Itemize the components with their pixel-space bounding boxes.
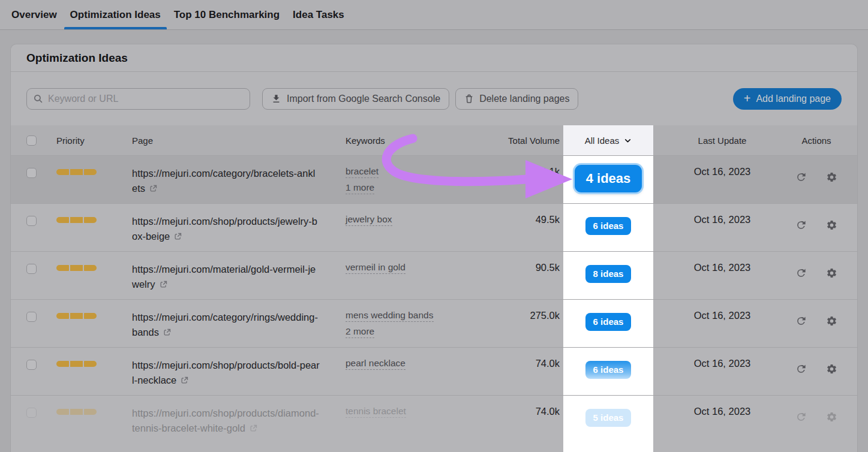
- table-body: https://mejuri.com/category/bracelets-an…: [11, 155, 857, 452]
- row-checkbox-cell: [11, 299, 40, 347]
- ideas-count-button[interactable]: 6 ideas: [585, 313, 632, 331]
- row-ideas-cell: 6 ideas: [563, 347, 653, 395]
- refresh-icon[interactable]: [795, 363, 807, 375]
- tab-optimization-ideas[interactable]: Optimization Ideas: [64, 0, 167, 29]
- table-row: https://mejuri.com/category/rings/weddin…: [11, 299, 857, 347]
- import-gsc-label: Import from Google Search Console: [287, 94, 440, 104]
- keyword-link[interactable]: vermeil in gold: [346, 262, 406, 274]
- table-row: https://mejuri.com/material/gold-vermeil…: [11, 251, 857, 299]
- refresh-icon[interactable]: [795, 267, 807, 279]
- chevron-down-icon: [624, 137, 632, 144]
- row-checkbox[interactable]: [26, 216, 37, 226]
- row-keywords-cell: vermeil in gold: [331, 251, 440, 299]
- row-checkbox[interactable]: [26, 408, 37, 418]
- header-keywords: Keywords: [331, 125, 440, 155]
- more-keywords-link[interactable]: 1 more: [346, 182, 374, 194]
- row-keywords-cell: jewelry box: [331, 203, 440, 251]
- row-ideas-cell: 5 ideas: [563, 395, 653, 452]
- keyword-link[interactable]: bracelet: [346, 166, 379, 178]
- header-page: Page: [118, 125, 331, 155]
- settings-gear-icon[interactable]: [826, 267, 837, 279]
- refresh-icon[interactable]: [795, 171, 807, 183]
- priority-indicator: [56, 217, 97, 223]
- ideas-count-button[interactable]: 5 ideas: [585, 409, 632, 427]
- panel-header: Optimization Ideas: [11, 44, 857, 72]
- import-download-icon: [271, 94, 281, 104]
- row-total-volume: 275.0k: [440, 299, 563, 347]
- row-ideas-cell: 6 ideas: [563, 299, 653, 347]
- plus-icon: +: [744, 92, 751, 104]
- search-box[interactable]: [26, 88, 250, 110]
- row-checkbox[interactable]: [26, 360, 37, 370]
- header-all-ideas-filter[interactable]: All Ideas: [563, 125, 653, 155]
- more-keywords-link[interactable]: 2 more: [346, 326, 374, 338]
- tab-overview[interactable]: Overview: [5, 0, 64, 29]
- screen: Overview Optimization Ideas Top 10 Bench…: [0, 0, 868, 452]
- ideas-count-button[interactable]: 6 ideas: [585, 361, 632, 379]
- top-nav: Overview Optimization Ideas Top 10 Bench…: [0, 0, 868, 30]
- row-checkbox-cell: [11, 395, 40, 452]
- row-keywords-cell: pearl necklace: [331, 347, 440, 395]
- page-url-link[interactable]: https://mejuri.com/category/bracelets-an…: [132, 166, 320, 196]
- row-actions-cell: [773, 203, 857, 251]
- page-url-link[interactable]: https://mejuri.com/category/rings/weddin…: [132, 310, 320, 340]
- row-priority-cell: [40, 395, 118, 452]
- keyword-link[interactable]: mens wedding bands: [346, 310, 434, 322]
- row-actions-cell: [773, 155, 857, 203]
- ideas-count-button[interactable]: 6 ideas: [585, 217, 632, 235]
- row-actions-cell: [773, 299, 857, 347]
- ideas-count-button[interactable]: 4 ideas: [575, 165, 642, 192]
- row-last-update: Oct 16, 2023: [653, 203, 773, 251]
- keyword-link[interactable]: jewelry box: [346, 214, 392, 226]
- row-page-cell: https://mejuri.com/shop/products/jewelry…: [118, 203, 331, 251]
- table-row: https://mejuri.com/shop/products/diamond…: [11, 395, 857, 452]
- row-total-volume: 90.5k: [440, 251, 563, 299]
- priority-indicator: [56, 313, 97, 319]
- page-url-link[interactable]: https://mejuri.com/material/gold-vermeil…: [132, 262, 320, 292]
- ideas-count-button[interactable]: 8 ideas: [585, 265, 632, 283]
- import-gsc-button[interactable]: Import from Google Search Console: [262, 88, 449, 110]
- row-ideas-cell: 8 ideas: [563, 251, 653, 299]
- settings-gear-icon[interactable]: [826, 219, 837, 231]
- row-total-volume: 74.0k: [440, 395, 563, 452]
- settings-gear-icon[interactable]: [826, 411, 837, 423]
- header-last-update: Last Update: [653, 125, 773, 155]
- row-ideas-cell: 4 ideas: [563, 155, 653, 203]
- row-total-volume: 159.1k: [440, 155, 563, 203]
- header-checkbox-cell: [11, 125, 40, 155]
- priority-indicator: [56, 361, 97, 367]
- external-link-icon: [180, 376, 189, 385]
- page-url-link[interactable]: https://mejuri.com/shop/products/jewelry…: [132, 214, 320, 244]
- add-landing-page-button[interactable]: + Add landing page: [733, 88, 842, 110]
- row-checkbox[interactable]: [26, 312, 37, 322]
- delete-landing-pages-button[interactable]: Delete landing pages: [455, 88, 578, 110]
- search-icon: [33, 94, 43, 104]
- refresh-icon[interactable]: [795, 411, 807, 423]
- refresh-icon[interactable]: [795, 315, 807, 327]
- page-url-link[interactable]: https://mejuri.com/shop/products/diamond…: [132, 406, 320, 436]
- delete-landing-pages-label: Delete landing pages: [479, 94, 569, 104]
- settings-gear-icon[interactable]: [826, 363, 837, 375]
- keyword-link[interactable]: tennis bracelet: [346, 406, 406, 418]
- row-checkbox[interactable]: [26, 168, 37, 178]
- tab-top10-benchmarking[interactable]: Top 10 Benchmarking: [167, 0, 286, 29]
- row-keywords-cell: mens wedding bands 2 more: [331, 299, 440, 347]
- settings-gear-icon[interactable]: [826, 171, 837, 183]
- page-url-link[interactable]: https://mejuri.com/shop/products/bold-pe…: [132, 358, 320, 388]
- tab-idea-tasks[interactable]: Idea Tasks: [286, 0, 351, 29]
- row-checkbox[interactable]: [26, 264, 37, 274]
- row-total-volume: 49.5k: [440, 203, 563, 251]
- external-link-icon: [149, 184, 158, 193]
- search-input[interactable]: [48, 94, 244, 104]
- row-priority-cell: [40, 155, 118, 203]
- settings-gear-icon[interactable]: [826, 315, 837, 327]
- row-last-update: Oct 16, 2023: [653, 251, 773, 299]
- external-link-icon: [249, 424, 258, 433]
- page-title: Optimization Ideas: [26, 52, 128, 65]
- keyword-link[interactable]: pearl necklace: [346, 358, 406, 370]
- row-page-cell: https://mejuri.com/category/rings/weddin…: [118, 299, 331, 347]
- select-all-checkbox[interactable]: [26, 135, 37, 146]
- header-actions: Actions: [773, 125, 857, 155]
- refresh-icon[interactable]: [795, 219, 807, 231]
- all-ideas-label: All Ideas: [585, 135, 620, 146]
